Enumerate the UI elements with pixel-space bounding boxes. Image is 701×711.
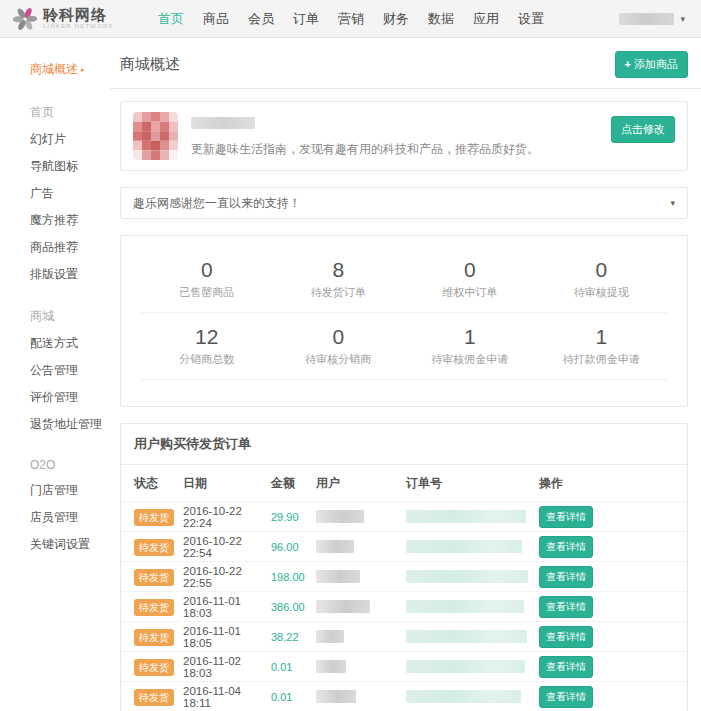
status-badge: 待发货 xyxy=(134,539,174,556)
stat-dispute-orders[interactable]: 0 维权中订单 xyxy=(404,258,536,300)
topbar: 聆科网络 LINKER NETWORK 首页 商品 会员 订单 营销 财务 数据… xyxy=(0,0,701,38)
order-amount: 29.90 xyxy=(271,511,316,523)
sidebar-section-home: 首页 xyxy=(30,99,110,126)
sidebar-item-delivery[interactable]: 配送方式 xyxy=(30,330,110,357)
order-date: 2016-11-02 18:03 xyxy=(183,655,271,679)
notice-select[interactable]: 趣乐网感谢您一直以来的支持！ ▾ xyxy=(120,187,688,219)
nav-item-members[interactable]: 会员 xyxy=(248,0,274,38)
stat-pending-commission-review[interactable]: 1 待审核佣金申请 xyxy=(404,325,536,367)
nav-item-data[interactable]: 数据 xyxy=(428,0,454,38)
view-detail-button[interactable]: 查看详情 xyxy=(539,596,593,618)
status-badge: 待发货 xyxy=(134,689,174,706)
redacted-order-number xyxy=(406,690,521,703)
status-badge: 待发货 xyxy=(134,509,174,526)
nav-item-apps[interactable]: 应用 xyxy=(473,0,499,38)
plus-icon: + xyxy=(625,58,631,70)
sidebar-item-keywords[interactable]: 关键词设置 xyxy=(30,531,110,558)
add-product-button[interactable]: +添加商品 xyxy=(615,51,688,78)
sidebar-item-layout-settings[interactable]: 排版设置 xyxy=(30,261,110,288)
orders-table-header: 状态 日期 金额 用户 订单号 操作 xyxy=(121,465,687,501)
sidebar-item-goods-recommend[interactable]: 商品推荐 xyxy=(30,234,110,261)
sidebar-item-stores[interactable]: 门店管理 xyxy=(30,477,110,504)
order-amount: 386.00 xyxy=(271,601,316,613)
table-row: 待发货 2016-10-22 22:55 198.00 查看详情 xyxy=(121,561,687,591)
table-row: 待发货 2016-10-22 22:24 29.90 查看详情 xyxy=(121,501,687,531)
main-nav: 首页 商品 会员 订单 营销 财务 数据 应用 设置 xyxy=(158,0,544,38)
order-amount: 0.01 xyxy=(271,691,316,703)
sidebar-section-o2o: O2O xyxy=(30,453,110,477)
order-date: 2016-11-01 18:03 xyxy=(183,595,271,619)
stats-panel: 0 已售罄商品 8 待发货订单 0 维权中订单 0 待审核提现 xyxy=(120,235,688,407)
chevron-down-icon: ▾ xyxy=(670,199,675,208)
nav-item-settings[interactable]: 设置 xyxy=(518,0,544,38)
view-detail-button[interactable]: 查看详情 xyxy=(539,506,593,528)
shop-description: 更新趣味生活指南，发现有趣有用的科技和产品，推荐品质好货。 xyxy=(191,141,539,158)
nav-item-home[interactable]: 首页 xyxy=(158,0,184,38)
chevron-down-icon: ▾ xyxy=(680,15,685,24)
sidebar-item-ads[interactable]: 广告 xyxy=(30,180,110,207)
redacted-order-number xyxy=(406,600,524,613)
sidebar-item-return-address[interactable]: 退货地址管理 xyxy=(30,411,110,438)
redacted-order-number xyxy=(406,570,528,583)
sidebar-item-nav-icons[interactable]: 导航图标 xyxy=(30,153,110,180)
view-detail-button[interactable]: 查看详情 xyxy=(539,566,593,588)
user-menu[interactable]: ▾ xyxy=(619,0,685,38)
app-logo[interactable]: 聆科网络 LINKER NETWORK xyxy=(12,6,144,32)
order-amount: 96.00 xyxy=(271,541,316,553)
redacted-username xyxy=(619,13,674,25)
page-title: 商城概述 xyxy=(120,55,180,74)
pending-orders-panel: 用户购买待发货订单 状态 日期 金额 用户 订单号 操作 待发货 2016-10… xyxy=(120,423,688,711)
order-amount: 38.22 xyxy=(271,631,316,643)
pinwheel-logo-icon xyxy=(12,6,38,32)
stat-pending-ship-orders[interactable]: 8 待发货订单 xyxy=(273,258,405,300)
sidebar-item-reviews[interactable]: 评价管理 xyxy=(30,384,110,411)
redacted-user xyxy=(316,570,360,583)
order-amount: 0.01 xyxy=(271,661,316,673)
view-detail-button[interactable]: 查看详情 xyxy=(539,656,593,678)
view-detail-button[interactable]: 查看详情 xyxy=(539,626,593,648)
stat-distributors-total[interactable]: 12 分销商总数 xyxy=(141,325,273,367)
order-date: 2016-11-01 18:05 xyxy=(183,625,271,649)
table-row: 待发货 2016-11-02 18:03 0.01 查看详情 xyxy=(121,651,687,681)
arrow-right-icon: ▸ xyxy=(81,66,85,73)
edit-shop-button[interactable]: 点击修改 xyxy=(611,116,675,143)
nav-item-goods[interactable]: 商品 xyxy=(203,0,229,38)
redacted-user xyxy=(316,660,346,673)
table-row: 待发货 2016-11-01 18:03 386.00 查看详情 xyxy=(121,591,687,621)
view-detail-button[interactable]: 查看详情 xyxy=(539,536,593,558)
stat-pending-distributors[interactable]: 0 待审核分销商 xyxy=(273,325,405,367)
order-amount: 198.00 xyxy=(271,571,316,583)
order-date: 2016-10-22 22:54 xyxy=(183,535,271,559)
stat-pending-commission-payout[interactable]: 1 待打款佣金申请 xyxy=(536,325,668,367)
redacted-order-number xyxy=(406,510,526,523)
redacted-order-number xyxy=(406,660,525,673)
nav-item-finance[interactable]: 财务 xyxy=(383,0,409,38)
redacted-user xyxy=(316,630,344,643)
status-badge: 待发货 xyxy=(134,569,174,586)
redacted-user xyxy=(316,540,354,553)
status-badge: 待发货 xyxy=(134,659,174,676)
notice-select-value: 趣乐网感谢您一直以来的支持！ xyxy=(133,195,301,212)
nav-item-marketing[interactable]: 营销 xyxy=(338,0,364,38)
stat-soldout-goods[interactable]: 0 已售罄商品 xyxy=(141,258,273,300)
nav-item-orders[interactable]: 订单 xyxy=(293,0,319,38)
sidebar-item-clerks[interactable]: 店员管理 xyxy=(30,504,110,531)
view-detail-button[interactable]: 查看详情 xyxy=(539,686,593,708)
order-date: 2016-11-04 18:11 xyxy=(183,685,271,709)
redacted-user xyxy=(316,510,364,523)
redacted-user xyxy=(316,690,356,703)
sidebar-item-slides[interactable]: 幻灯片 xyxy=(30,126,110,153)
redacted-user xyxy=(316,600,370,613)
orders-table-title: 用户购买待发货订单 xyxy=(121,424,687,465)
sidebar-item-announcements[interactable]: 公告管理 xyxy=(30,357,110,384)
sidebar-item-mall-overview[interactable]: 商城概述▸ xyxy=(30,56,110,83)
sidebar-item-cube-recommend[interactable]: 魔方推荐 xyxy=(30,207,110,234)
logo-title: 聆科网络 xyxy=(43,7,114,22)
status-badge: 待发货 xyxy=(134,629,174,646)
order-date: 2016-10-22 22:55 xyxy=(183,565,271,589)
avatar xyxy=(133,112,178,160)
redacted-shop-name xyxy=(191,117,255,129)
status-badge: 待发货 xyxy=(134,599,174,616)
shop-profile-card: 更新趣味生活指南，发现有趣有用的科技和产品，推荐品质好货。 点击修改 xyxy=(120,101,688,171)
stat-pending-withdrawals[interactable]: 0 待审核提现 xyxy=(536,258,668,300)
